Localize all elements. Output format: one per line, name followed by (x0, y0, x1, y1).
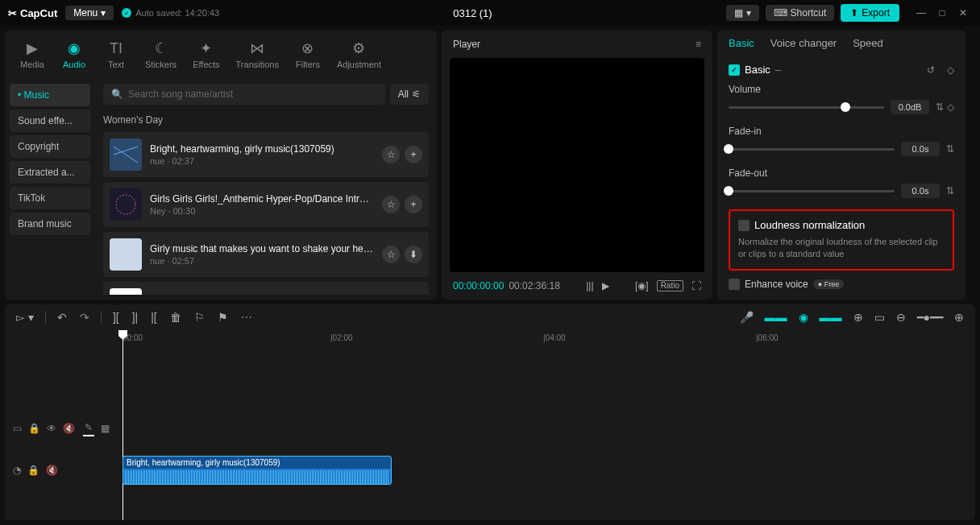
delete-tool[interactable]: 🗑 (168, 309, 183, 325)
timeline-tracks[interactable]: 00:00 |02:00 |04:00 |06:00 Bright, heart… (118, 330, 975, 520)
keyframe-icon[interactable]: ◇ (947, 101, 954, 113)
audio-clip[interactable]: Bright, heartwarming, girly music(130705… (122, 456, 392, 485)
titlebar: ✂ CapCut Menu▾ ✓ Auto saved: 14:20:43 03… (0, 0, 980, 26)
mute-icon[interactable]: 🔇 (63, 423, 75, 434)
sidebar-item-sound-effects[interactable]: Sound effe... (10, 110, 90, 132)
tab-transitions[interactable]: ⋈Transitions (230, 37, 285, 72)
fadeout-value[interactable]: 0.0s (901, 184, 940, 198)
prop-tab-voice-changer[interactable]: Voice changer (770, 37, 837, 49)
tab-adjustment[interactable]: ⚙Adjustment (330, 37, 388, 72)
prev-frame-button[interactable]: ||| (586, 280, 593, 291)
prop-tab-basic[interactable]: Basic (729, 37, 754, 49)
shortcut-button[interactable]: ⌨ Shortcut (766, 5, 835, 21)
magnet-main-toggle[interactable]: ▬▬ (763, 309, 789, 325)
zoom-slider[interactable]: ━●━━ (916, 309, 945, 325)
snapshot-button[interactable]: [◉] (635, 280, 649, 291)
prop-tab-speed[interactable]: Speed (853, 37, 883, 49)
split-tool[interactable]: ]​[ (111, 309, 121, 325)
stepper-icon[interactable]: ⇅ (936, 101, 944, 113)
fadein-slider[interactable] (729, 148, 895, 151)
sidebar-item-copyright[interactable]: Copyright (10, 135, 90, 158)
tab-media[interactable]: ▶Media (13, 37, 52, 72)
track-artwork (110, 188, 142, 221)
download-button[interactable]: ⬇ (405, 246, 422, 263)
transitions-icon: ⋈ (250, 40, 264, 56)
redo-button[interactable]: ↷ (78, 309, 91, 325)
track-item[interactable]: SNS girls / capicapi techno L +(1162096)… (103, 282, 429, 295)
track-item[interactable]: Bright, heartwarming, girly music(130705… (103, 132, 429, 177)
video-track-header[interactable]: ▭🔒👁🔇✎ ▦ (5, 414, 118, 443)
keyboard-icon: ⌨ (774, 7, 787, 19)
stepper-icon[interactable]: ⇅ (946, 143, 954, 155)
player-viewport[interactable] (450, 58, 704, 272)
menu-button[interactable]: Menu▾ (65, 6, 114, 20)
marker-tool[interactable]: ⚐ (193, 309, 206, 325)
filter-all-button[interactable]: All ⚟ (390, 84, 429, 105)
project-title: 0312 (1) (227, 7, 717, 19)
lock-icon[interactable]: 🔒 (27, 465, 39, 476)
sidebar-item-music[interactable]: • Music (10, 84, 90, 106)
maximize-button[interactable]: □ (933, 4, 951, 22)
audio-categories: • Music Sound effe... Copyright Extracte… (5, 79, 95, 300)
sidebar-item-tiktok[interactable]: TikTok (10, 187, 90, 209)
basic-section-toggle[interactable]: ✓ Basic – (729, 64, 781, 76)
add-button[interactable]: + (405, 196, 422, 213)
playhead[interactable] (122, 330, 123, 520)
loudness-toggle[interactable]: Loudness normalization (738, 219, 945, 231)
keyframe-icon[interactable]: ◇ (947, 64, 954, 76)
split-left-tool[interactable]: ]| (131, 309, 140, 325)
flag-tool[interactable]: ⚑ (216, 309, 230, 325)
more-tool[interactable]: ⋯ (239, 309, 254, 325)
track-item[interactable]: Girly music that makes you want to shake… (103, 232, 429, 277)
mute-icon[interactable]: 🔇 (46, 465, 58, 476)
volume-label: Volume (729, 84, 954, 95)
sidebar-item-extracted[interactable]: Extracted a... (10, 161, 90, 184)
enhance-voice-toggle[interactable]: Enhance voice ● Free (729, 279, 954, 290)
fadeout-slider[interactable] (729, 190, 895, 192)
add-button[interactable]: + (405, 146, 422, 163)
track-list: Bright, heartwarming, girly music(130705… (103, 132, 429, 295)
minimize-button[interactable]: — (912, 4, 930, 22)
track-headers: ▭🔒👁🔇✎ ▦ ◔🔒🔇 (5, 330, 118, 520)
undo-button[interactable]: ↶ (56, 309, 69, 325)
player-menu-icon[interactable]: ≡ (696, 39, 701, 50)
zoom-out-button[interactable]: ⊖ (895, 309, 907, 325)
sidebar-item-brand-music[interactable]: Brand music (10, 213, 90, 235)
track-item[interactable]: Girls Girls Girls!_Anthemic Hyper-Pop/Da… (103, 182, 429, 227)
export-button[interactable]: ⬆ Export (841, 4, 899, 22)
tab-text[interactable]: TIText (97, 37, 135, 72)
checkbox-icon: ✓ (729, 64, 740, 76)
audio-track-header[interactable]: ◔🔒🔇 (5, 456, 118, 485)
close-button[interactable]: ✕ (954, 4, 972, 22)
reset-icon[interactable]: ↺ (927, 64, 935, 76)
volume-slider[interactable] (729, 106, 884, 109)
play-button[interactable]: ▶ (602, 280, 609, 291)
tab-filters[interactable]: ⊗Filters (289, 37, 327, 72)
timeline-ruler[interactable]: 00:00 |02:00 |04:00 |06:00 (118, 330, 975, 349)
selection-tool[interactable]: ▻ ▾ (15, 309, 35, 325)
record-button[interactable]: 🎤 (738, 309, 755, 325)
favorite-button[interactable]: ☆ (382, 246, 400, 263)
magnet-toggle[interactable]: ◉ (797, 309, 810, 325)
svg-rect-4 (110, 288, 142, 295)
zoom-in-button[interactable]: ⊕ (953, 309, 965, 325)
tab-audio[interactable]: ◉Audio (55, 37, 93, 72)
media-type-tabs: ▶Media ◉Audio TIText ☾Stickers ✦Effects … (5, 31, 437, 79)
favorite-button[interactable]: ☆ (382, 196, 400, 213)
eye-icon[interactable]: 👁 (47, 423, 56, 434)
ratio-button[interactable]: Ratio (657, 280, 683, 291)
split-right-tool[interactable]: |[ (149, 309, 159, 325)
tab-effects[interactable]: ✦Effects (186, 37, 226, 72)
fadein-value[interactable]: 0.0s (901, 142, 940, 156)
search-input[interactable]: 🔍 Search song name/artist (103, 84, 385, 105)
tab-stickers[interactable]: ☾Stickers (139, 37, 183, 72)
fullscreen-button[interactable]: ⛶ (691, 280, 701, 291)
align-tool[interactable]: ⊕ (852, 309, 865, 325)
volume-value[interactable]: 0.0dB (891, 100, 929, 114)
layout-button[interactable]: ▦ ▾ (726, 5, 759, 21)
favorite-button[interactable]: ☆ (382, 146, 400, 163)
link-toggle[interactable]: ▬▬ (818, 309, 844, 325)
preview-tool[interactable]: ▭ (873, 309, 887, 325)
stepper-icon[interactable]: ⇅ (946, 185, 954, 196)
lock-icon[interactable]: 🔒 (28, 423, 40, 434)
